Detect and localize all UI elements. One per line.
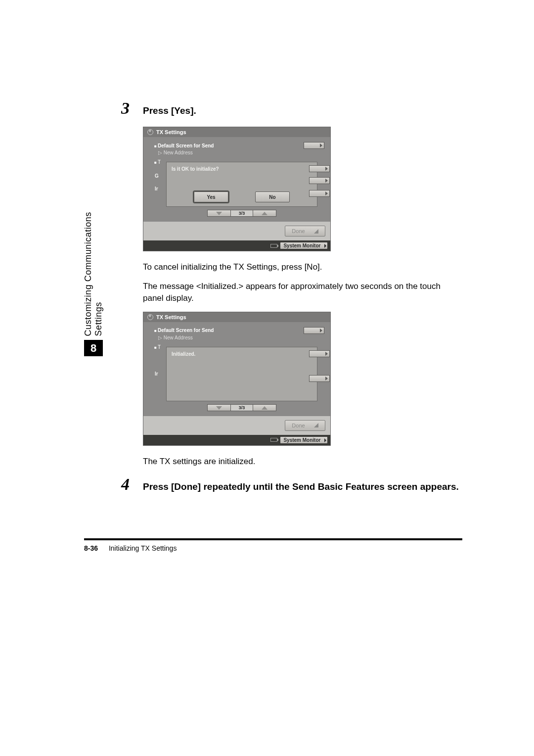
body-paragraph: The message <Initialized.> appears for a… xyxy=(143,281,462,305)
return-icon xyxy=(314,423,318,427)
menu-item-label: T xyxy=(154,344,161,350)
chevron-right-icon[interactable] xyxy=(309,177,330,184)
settings-icon xyxy=(147,314,153,320)
system-monitor-button[interactable]: System Monitor xyxy=(280,437,327,443)
system-monitor-label: System Monitor xyxy=(283,243,320,248)
step-instruction: Press [Yes]. xyxy=(143,104,196,117)
status-bar: System Monitor xyxy=(143,240,330,251)
page-number: 8-36 xyxy=(84,544,98,552)
step-4: 4 Press [Done] repeatedly until the Send… xyxy=(121,475,462,494)
page-footer: 8-36 Initializing TX Settings xyxy=(84,544,177,552)
step-3: 3 Press [Yes]. xyxy=(121,99,462,118)
chevron-right-icon[interactable] xyxy=(309,165,330,172)
yes-button[interactable]: Yes xyxy=(194,191,228,202)
screenshot-body: Default Screen for Send ▷ New Address T … xyxy=(143,137,330,222)
system-monitor-label: System Monitor xyxy=(283,437,320,443)
step-number: 3 xyxy=(121,99,143,118)
page-down-button[interactable] xyxy=(207,210,231,217)
screenshot-initialize-confirm: TX Settings Default Screen for Send ▷ Ne… xyxy=(143,127,331,251)
page-down-button[interactable] xyxy=(207,404,231,411)
body-paragraph: The TX settings are initialized. xyxy=(143,456,462,468)
screenshot-body: Default Screen for Send ▷ New Address T … xyxy=(143,322,330,416)
done-label: Done xyxy=(292,423,305,428)
confirm-dialog: Is it OK to initialize? G Ir Yes No xyxy=(166,162,317,207)
menu-item-label: Ir xyxy=(155,371,158,377)
menu-item-label: Default Screen for Send xyxy=(149,328,214,333)
page-up-button[interactable] xyxy=(253,210,276,217)
dialog-message: Initialized. xyxy=(172,351,195,357)
return-icon xyxy=(314,229,318,234)
menu-item-label: T xyxy=(154,159,161,165)
battery-icon xyxy=(270,244,277,248)
done-button[interactable]: Done xyxy=(285,226,325,236)
menu-default-screen: Default Screen for Send ▷ New Address xyxy=(149,327,324,340)
menu-item-label: G xyxy=(155,173,159,179)
step-number: 4 xyxy=(121,475,143,494)
chevron-right-icon[interactable] xyxy=(304,327,324,334)
screenshot-header: TX Settings xyxy=(143,127,330,137)
screenshot-header: TX Settings xyxy=(143,312,330,322)
screenshot-title: TX Settings xyxy=(156,314,186,320)
screenshot-initialized: TX Settings Default Screen for Send ▷ Ne… xyxy=(143,312,331,446)
chevron-right-icon[interactable] xyxy=(309,375,330,382)
chevron-right-icon[interactable] xyxy=(309,350,330,357)
section-title: Initializing TX Settings xyxy=(109,544,177,552)
page-up-button[interactable] xyxy=(253,404,276,411)
body-paragraph: To cancel initializing the TX Settings, … xyxy=(143,261,462,274)
pager: 3/3 xyxy=(166,210,317,217)
screenshot-title: TX Settings xyxy=(156,129,186,135)
battery-icon xyxy=(270,438,277,442)
chapter-number-badge: 8 xyxy=(84,340,103,356)
footer-rule xyxy=(84,538,462,540)
menu-item-label: Default Screen for Send xyxy=(149,143,214,148)
done-bar: Done xyxy=(143,222,330,240)
status-bar: System Monitor xyxy=(143,435,330,445)
done-bar: Done xyxy=(143,416,330,435)
no-button[interactable]: No xyxy=(255,191,290,202)
menu-default-screen: Default Screen for Send ▷ New Address xyxy=(149,142,324,155)
page-indicator: 3/3 xyxy=(231,404,253,411)
system-monitor-button[interactable]: System Monitor xyxy=(280,242,327,249)
settings-icon xyxy=(147,129,153,135)
dialog-message: Is it OK to initialize? xyxy=(172,166,219,172)
chapter-sidebar: Customizing Communications Settings 8 xyxy=(84,198,103,356)
chevron-right-icon[interactable] xyxy=(309,190,330,197)
page-content: 3 Press [Yes]. TX Settings Default Scree… xyxy=(121,99,462,503)
done-button[interactable]: Done xyxy=(285,420,325,431)
menu-item-value: ▷ New Address xyxy=(149,150,324,155)
sidebar-label: Customizing Communications Settings xyxy=(83,198,104,336)
page-indicator: 3/3 xyxy=(231,210,253,217)
chevron-right-icon[interactable] xyxy=(304,142,324,149)
info-dialog: Initialized. Ir xyxy=(166,347,317,401)
dialog-button-row: Yes No xyxy=(172,191,312,202)
menu-item-label: Ir xyxy=(155,186,158,191)
menu-item-value: ▷ New Address xyxy=(149,335,324,340)
done-label: Done xyxy=(292,228,305,234)
pager: 3/3 xyxy=(166,404,317,411)
step-instruction: Press [Done] repeatedly until the Send B… xyxy=(143,480,459,493)
